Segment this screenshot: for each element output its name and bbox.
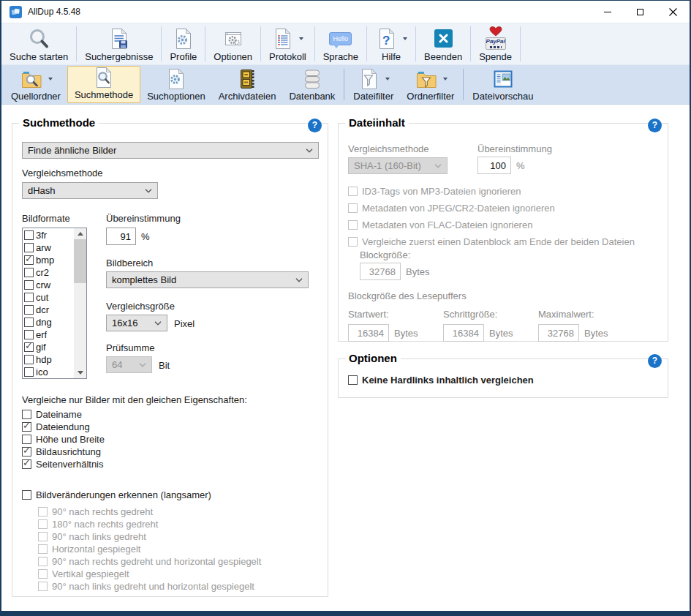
format-checkbox[interactable] <box>24 342 34 352</box>
format-checkbox[interactable] <box>24 305 34 315</box>
transforms-list: 90° nach rechts gedreht 180° nach rechts… <box>38 506 261 593</box>
chevron-down-icon <box>295 278 303 282</box>
toolbar-button-spende[interactable]: PayPal Spende <box>472 23 518 64</box>
format-item[interactable]: hdp <box>24 353 74 366</box>
toolbar-button-profile[interactable]: Profile <box>163 23 203 64</box>
minimize-button[interactable] <box>591 1 624 23</box>
toolbar-button-archivdateien[interactable]: Archivdateien <box>212 65 283 104</box>
chevron-down-icon <box>434 164 442 168</box>
format-checkbox[interactable] <box>24 280 34 290</box>
format-checkbox[interactable] <box>24 255 34 265</box>
search-method-select[interactable]: Finde ähnliche Bilder <box>22 142 319 159</box>
buffer-field-input[interactable]: 32768 <box>538 324 579 342</box>
property-item[interactable]: Höhe und Breite <box>22 433 105 446</box>
property-item[interactable]: Dateiname <box>22 408 105 421</box>
scroll-down-button[interactable] <box>74 367 86 378</box>
buffer-field-input[interactable]: 16384 <box>443 324 484 342</box>
ignore-option-label: Metadaten von JPEG/CR2-Dateien ignoriere… <box>362 203 555 214</box>
image-area-select[interactable]: komplettes Bild <box>106 271 309 288</box>
toolbar-button-suchoptionen[interactable]: Suchoptionen <box>140 65 212 104</box>
scroll-up-button[interactable] <box>74 228 86 239</box>
format-item[interactable]: dng <box>24 316 74 328</box>
help-icon[interactable]: ? <box>648 354 662 368</box>
dropdown-arrow-icon <box>403 37 407 40</box>
transforms-toggle[interactable]: Bildveränderungen erkennen (langsamer) <box>22 489 211 500</box>
fc-match-input[interactable]: 100 <box>477 157 511 174</box>
format-item[interactable]: dcr <box>24 304 74 316</box>
format-checkbox[interactable] <box>24 268 34 277</box>
toolbar-button-beenden[interactable]: Beenden <box>418 23 469 64</box>
compare-method-select[interactable]: dHash <box>22 182 158 199</box>
formats-scrollbar[interactable] <box>74 228 86 378</box>
hardlinks-checkbox[interactable] <box>348 375 358 385</box>
transform-item: 90° nach rechts gedreht <box>38 506 261 518</box>
toolbar-separator <box>344 69 344 100</box>
scrollbar-thumb[interactable] <box>74 239 86 283</box>
toolbar-button-optionen[interactable]: Optionen <box>207 23 259 64</box>
file-content-group: Dateiinhalt ? Vergleichsmethode SHA-1 (1… <box>338 123 668 342</box>
toolbar-label: Suchmethode <box>75 89 133 100</box>
toolbar-button-datenbank[interactable]: Datenbank <box>282 65 341 104</box>
format-item[interactable]: cut <box>24 291 74 304</box>
checksum-select[interactable]: 64 <box>106 356 152 373</box>
format-label: arw <box>36 242 51 253</box>
toolbar-button-protokoll[interactable]: Protokoll <box>263 23 313 64</box>
transform-checkbox <box>38 582 48 591</box>
toolbar-button-dateivorschau[interactable]: Dateivorschau <box>466 65 540 104</box>
format-checkbox[interactable] <box>24 293 34 302</box>
format-checkbox[interactable] <box>24 230 34 240</box>
hardlinks-option[interactable]: Keine Hardlinks inhaltlich vergleichen <box>348 375 534 386</box>
property-checkbox[interactable] <box>22 447 31 457</box>
compare-size-select[interactable]: 16x16 <box>106 315 167 331</box>
format-item[interactable]: erf <box>24 328 74 341</box>
format-checkbox[interactable] <box>24 355 34 364</box>
property-item[interactable]: Bildausrichtung <box>22 446 105 458</box>
dropdown-arrow-icon <box>385 78 390 80</box>
format-item[interactable]: crw <box>24 279 74 291</box>
properties-label: Vergleiche nur Bilder mit den gleichen E… <box>22 394 247 405</box>
transforms-checkbox[interactable] <box>22 490 31 500</box>
close-button[interactable] <box>657 1 690 23</box>
transform-checkbox <box>38 532 48 541</box>
toolbar-button-quellordner[interactable]: Quellordner <box>4 65 67 104</box>
transform-checkbox <box>38 557 48 566</box>
format-item[interactable]: arw <box>24 241 74 254</box>
chevron-down-icon <box>139 363 146 367</box>
property-item[interactable]: Seitenverhältnis <box>22 458 105 470</box>
buffer-field: Maximalwert: 32768 Bytes <box>538 309 633 342</box>
property-checkbox[interactable] <box>22 410 31 419</box>
format-checkbox[interactable] <box>24 243 34 252</box>
format-item[interactable]: ico <box>24 366 74 378</box>
property-item[interactable]: Dateiendung <box>22 421 105 433</box>
dropdown-arrow-icon <box>443 78 448 80</box>
format-item[interactable]: cr2 <box>24 266 74 279</box>
block-size-input[interactable]: 32768 <box>360 263 401 280</box>
toolbar-button-hilfe[interactable]: ? Hilfe <box>369 23 414 64</box>
property-checkbox[interactable] <box>22 422 31 432</box>
match-input[interactable]: 91 <box>106 228 136 245</box>
toolbar-button-suchmethode[interactable]: Suchmethode <box>67 66 140 103</box>
toolbar-button-suche-starten[interactable]: Suche starten <box>3 23 75 64</box>
toolbar-label: Suchoptionen <box>147 91 205 102</box>
format-item[interactable]: gif <box>24 341 74 353</box>
format-checkbox[interactable] <box>24 330 34 339</box>
ignore-option-label: ID3-Tags von MP3-Dateien ignorieren <box>362 186 521 197</box>
toolbar-button-dateifilter[interactable]: Dateifilter <box>347 65 400 104</box>
toolbar-button-suchergebnisse[interactable]: Suchergebnisse <box>78 23 159 64</box>
toolbar-button-ordnerfilter[interactable]: Ordnerfilter <box>400 65 461 104</box>
property-checkbox[interactable] <box>22 459 31 469</box>
help-icon[interactable]: ? <box>308 119 322 132</box>
fc-method-select[interactable]: SHA-1 (160-Bit) <box>348 157 448 174</box>
help-icon[interactable]: ? <box>648 119 662 132</box>
ignore-option-checkbox <box>348 203 358 213</box>
format-checkbox[interactable] <box>24 367 34 377</box>
buffer-field-input[interactable]: 16384 <box>348 324 389 342</box>
maximize-button[interactable] <box>624 1 657 23</box>
toolbar-button-sprache[interactable]: Hello Sprache <box>317 23 365 64</box>
format-checkbox[interactable] <box>24 318 34 327</box>
property-label: Dateiendung <box>36 421 90 432</box>
format-item[interactable]: 3fr <box>24 229 74 241</box>
property-checkbox[interactable] <box>22 435 31 444</box>
format-item[interactable]: bmp <box>24 254 74 266</box>
formats-listbox[interactable]: 3fr arw bmp <box>22 228 87 379</box>
